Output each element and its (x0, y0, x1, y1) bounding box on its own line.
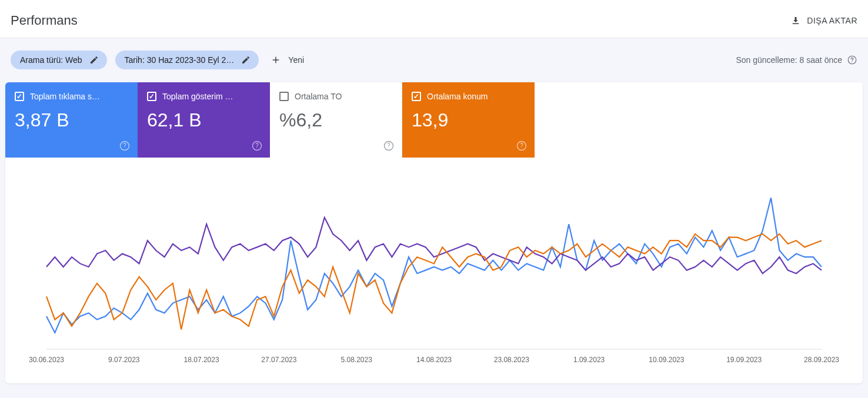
plus-icon (271, 55, 281, 65)
metric-value: 3,87 B (15, 109, 128, 131)
metric-label: Ortalama konum (427, 92, 488, 101)
chart-container: 30.06.20239.07.202318.07.202327.07.20235… (5, 158, 863, 383)
metric-value: %6,2 (279, 109, 392, 131)
metric-tile-impressions[interactable]: Toplam gösterim … 62,1 B ? (138, 82, 270, 158)
metric-value: 62,1 B (147, 109, 261, 131)
page-title: Performans (11, 13, 78, 28)
export-button[interactable]: DIŞA AKTAR (790, 15, 857, 26)
performance-chart[interactable]: 30.06.20239.07.202318.07.202327.07.20235… (5, 179, 863, 373)
chip-label: Tarih: 30 Haz 2023-30 Eyl 2… (125, 55, 235, 65)
svg-text:14.08.2023: 14.08.2023 (416, 356, 452, 364)
metric-value: 13,9 (412, 109, 525, 131)
svg-text:30.06.2023: 30.06.2023 (29, 356, 64, 364)
checkbox-icon (15, 92, 24, 101)
checkbox-icon (147, 92, 156, 101)
metric-label: Ortalama TO (295, 92, 342, 101)
help-icon[interactable]: ? (251, 140, 263, 152)
svg-text:23.08.2023: 23.08.2023 (494, 356, 529, 364)
help-icon[interactable]: ? (119, 140, 131, 152)
checkbox-icon (412, 92, 421, 101)
svg-text:18.07.2023: 18.07.2023 (184, 356, 219, 364)
add-filter-label: Yeni (288, 55, 304, 65)
svg-text:?: ? (387, 142, 390, 149)
filter-chip-search-type[interactable]: Arama türü: Web (11, 51, 107, 69)
help-icon[interactable]: ? (383, 140, 395, 152)
svg-text:?: ? (123, 142, 126, 149)
svg-text:?: ? (255, 142, 259, 149)
chip-label: Arama türü: Web (20, 55, 82, 65)
pencil-icon (89, 55, 99, 65)
help-icon[interactable]: ? (516, 140, 528, 152)
filters-left: Arama türü: Web Tarih: 30 Haz 2023-30 Ey… (11, 51, 304, 69)
export-label: DIŞA AKTAR (807, 16, 857, 25)
svg-text:9.07.2023: 9.07.2023 (108, 356, 140, 364)
add-filter-button[interactable]: Yeni (271, 55, 304, 65)
svg-text:1.09.2023: 1.09.2023 (573, 356, 605, 364)
help-icon[interactable] (847, 55, 857, 65)
checkbox-icon (279, 92, 289, 101)
metrics-row: Toplam tıklama s… 3,87 B ? Toplam göster… (5, 82, 863, 158)
metric-tile-ctr[interactable]: Ortalama TO %6,2 ? (270, 82, 402, 158)
metric-tile-clicks[interactable]: Toplam tıklama s… 3,87 B ? (5, 82, 138, 158)
svg-text:19.09.2023: 19.09.2023 (726, 356, 762, 364)
performance-card: Toplam tıklama s… 3,87 B ? Toplam göster… (5, 82, 863, 383)
filters-row: Arama türü: Web Tarih: 30 Haz 2023-30 Ey… (0, 39, 868, 82)
svg-point-1 (852, 62, 852, 62)
svg-text:28.09.2023: 28.09.2023 (804, 356, 839, 364)
pencil-icon (241, 55, 251, 65)
header: Performans DIŞA AKTAR (0, 0, 868, 38)
svg-text:27.07.2023: 27.07.2023 (261, 356, 296, 364)
metric-label: Toplam gösterim … (162, 92, 233, 101)
svg-text:10.09.2023: 10.09.2023 (649, 356, 684, 364)
metric-tile-position[interactable]: Ortalama konum 13,9 ? (402, 82, 535, 158)
svg-text:5.08.2023: 5.08.2023 (341, 356, 373, 364)
download-icon (790, 15, 801, 26)
svg-text:?: ? (520, 142, 523, 149)
filter-chip-date[interactable]: Tarih: 30 Haz 2023-30 Eyl 2… (115, 51, 259, 69)
last-updated: Son güncelleme: 8 saat önce (736, 55, 857, 65)
metric-label: Toplam tıklama s… (30, 92, 100, 101)
last-updated-text: Son güncelleme: 8 saat önce (736, 55, 842, 65)
